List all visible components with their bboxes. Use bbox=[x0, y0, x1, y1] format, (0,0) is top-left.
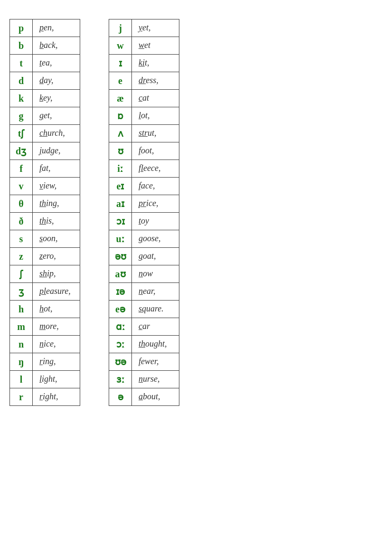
ipa-symbol: r bbox=[10, 388, 33, 406]
ipa-word: thing, bbox=[33, 195, 80, 213]
ipa-word: church, bbox=[33, 125, 80, 142]
ipa-word: zero, bbox=[33, 248, 80, 265]
ipa-word: back, bbox=[33, 37, 80, 55]
ipa-word: toy bbox=[132, 213, 179, 230]
ipa-symbol: ʌ bbox=[109, 125, 132, 142]
ipa-symbol: j bbox=[109, 19, 132, 37]
table-row: ɒlot, bbox=[109, 107, 179, 125]
table-row: ɔːthought, bbox=[109, 336, 179, 353]
ipa-word: light, bbox=[33, 371, 80, 388]
ipa-symbol: d bbox=[10, 72, 33, 90]
ipa-symbol: ɔː bbox=[109, 336, 132, 353]
table-row: rright, bbox=[10, 388, 80, 406]
ipa-symbol: iː bbox=[109, 160, 132, 178]
table-row: ɜːnurse, bbox=[109, 371, 179, 388]
ipa-word: strut, bbox=[132, 125, 179, 142]
ipa-word: yet, bbox=[132, 19, 179, 37]
ipa-word: ship, bbox=[33, 265, 80, 283]
ipa-symbol: θ bbox=[10, 195, 33, 213]
ipa-symbol: ʒ bbox=[10, 283, 33, 301]
ipa-symbol: ð bbox=[10, 213, 33, 230]
table-row: ðthis, bbox=[10, 213, 80, 230]
table-row: aɪprice, bbox=[109, 195, 179, 213]
ipa-symbol: æ bbox=[109, 90, 132, 107]
table-row: ttea, bbox=[10, 55, 80, 72]
table-row: ppen, bbox=[10, 19, 80, 37]
table-row: θthing, bbox=[10, 195, 80, 213]
ipa-symbol: ɜː bbox=[109, 371, 132, 388]
ipa-symbol: uː bbox=[109, 230, 132, 248]
table-row: əabout, bbox=[109, 388, 179, 406]
table-row: tʃchurch, bbox=[10, 125, 80, 142]
table-row: dday, bbox=[10, 72, 80, 90]
ipa-symbol: aʊ bbox=[109, 265, 132, 283]
ipa-word: view, bbox=[33, 178, 80, 195]
ipa-symbol: f bbox=[10, 160, 33, 178]
ipa-word: wet bbox=[132, 37, 179, 55]
ipa-symbol: w bbox=[109, 37, 132, 55]
page-container: ppen,bback,ttea,dday,kkey,gget,tʃchurch,… bbox=[9, 19, 383, 406]
ipa-word: dress, bbox=[132, 72, 179, 90]
ipa-symbol: b bbox=[10, 37, 33, 55]
table-row: ɪkit, bbox=[109, 55, 179, 72]
vowels-table: jyet,wwetɪkit,edress,æcatɒlot,ʌstrut,ʊfo… bbox=[109, 19, 179, 406]
table-row: ɪənear, bbox=[109, 283, 179, 301]
ipa-symbol: ʊə bbox=[109, 353, 132, 371]
ipa-symbol: əʊ bbox=[109, 248, 132, 265]
table-row: ʃship, bbox=[10, 265, 80, 283]
table-row: æcat bbox=[109, 90, 179, 107]
ipa-word: tea, bbox=[33, 55, 80, 72]
ipa-symbol: ʊ bbox=[109, 142, 132, 160]
table-row: mmore, bbox=[10, 318, 80, 336]
ipa-symbol: ʃ bbox=[10, 265, 33, 283]
ipa-word: more, bbox=[33, 318, 80, 336]
table-row: bback, bbox=[10, 37, 80, 55]
table-row: iːfleece, bbox=[109, 160, 179, 178]
ipa-word: day, bbox=[33, 72, 80, 90]
table-row: ɑːcar bbox=[109, 318, 179, 336]
table-row: ŋring, bbox=[10, 353, 80, 371]
table-row: kkey, bbox=[10, 90, 80, 107]
table-row: eəsquare. bbox=[109, 301, 179, 318]
ipa-symbol: dʒ bbox=[10, 142, 33, 160]
ipa-word: judge, bbox=[33, 142, 80, 160]
ipa-word: cat bbox=[132, 90, 179, 107]
table-row: ʌstrut, bbox=[109, 125, 179, 142]
table-row: vview, bbox=[10, 178, 80, 195]
ipa-word: get, bbox=[33, 107, 80, 125]
ipa-word: now bbox=[132, 265, 179, 283]
ipa-symbol: z bbox=[10, 248, 33, 265]
table-row: ʊfoot, bbox=[109, 142, 179, 160]
ipa-word: fewer, bbox=[132, 353, 179, 371]
table-row: edress, bbox=[109, 72, 179, 90]
ipa-symbol: eə bbox=[109, 301, 132, 318]
ipa-word: goat, bbox=[132, 248, 179, 265]
ipa-symbol: p bbox=[10, 19, 33, 37]
ipa-word: car bbox=[132, 318, 179, 336]
ipa-word: nurse, bbox=[132, 371, 179, 388]
ipa-word: pleasure, bbox=[33, 283, 80, 301]
ipa-symbol: s bbox=[10, 230, 33, 248]
page-wrapper: ppen,bback,ttea,dday,kkey,gget,tʃchurch,… bbox=[9, 19, 383, 406]
ipa-symbol: ɪə bbox=[109, 283, 132, 301]
ipa-word: soon, bbox=[33, 230, 80, 248]
ipa-word: ring, bbox=[33, 353, 80, 371]
table-row: hhot, bbox=[10, 301, 80, 318]
ipa-word: this, bbox=[33, 213, 80, 230]
ipa-symbol: ŋ bbox=[10, 353, 33, 371]
table-row: ʒpleasure, bbox=[10, 283, 80, 301]
ipa-word: thought, bbox=[132, 336, 179, 353]
ipa-symbol: e bbox=[109, 72, 132, 90]
table-row: uːgoose, bbox=[109, 230, 179, 248]
table-row: zzero, bbox=[10, 248, 80, 265]
table-row: ssoon, bbox=[10, 230, 80, 248]
ipa-word: kit, bbox=[132, 55, 179, 72]
ipa-word: near, bbox=[132, 283, 179, 301]
ipa-symbol: n bbox=[10, 336, 33, 353]
ipa-symbol: eɪ bbox=[109, 178, 132, 195]
ipa-symbol: tʃ bbox=[10, 125, 33, 142]
ipa-symbol: ɔɪ bbox=[109, 213, 132, 230]
table-row: eɪface, bbox=[109, 178, 179, 195]
ipa-word: key, bbox=[33, 90, 80, 107]
ipa-word: face, bbox=[132, 178, 179, 195]
